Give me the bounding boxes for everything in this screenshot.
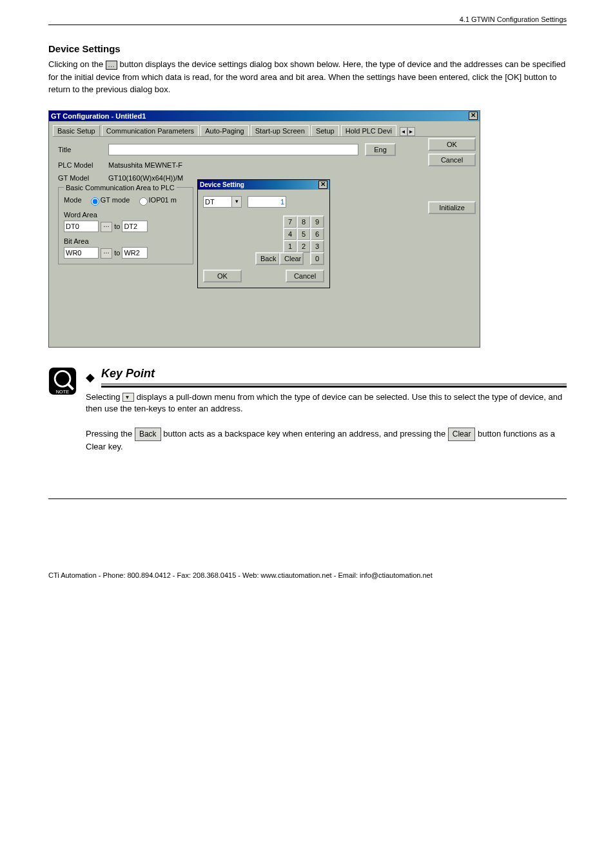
bit-area-label: Bit Area bbox=[64, 237, 188, 245]
top-rule bbox=[48, 25, 567, 25]
device-setting-popup: Device Setting ✕ DT ▾ 1 7 bbox=[197, 179, 330, 288]
ok-button[interactable]: OK bbox=[428, 138, 476, 151]
key-7[interactable]: 7 bbox=[283, 215, 297, 228]
dropdown-icon bbox=[122, 393, 134, 402]
key-1[interactable]: 1 bbox=[283, 240, 297, 253]
gt-config-window: GT Configuration - Untitled1 ✕ Basic Set… bbox=[48, 110, 480, 348]
bit-to-label: to bbox=[114, 249, 120, 257]
ellipsis-button-icon bbox=[106, 61, 117, 70]
label-plc-model: PLC Model bbox=[58, 161, 108, 169]
comm-area-fieldset: Basic Communication Area to PLC Mode GT … bbox=[58, 187, 193, 264]
kp-underline bbox=[101, 384, 567, 388]
plc-model-value: Matsushita MEWNET-F bbox=[108, 161, 182, 169]
device-type-value: DT bbox=[205, 198, 215, 206]
tab-setup[interactable]: Setup bbox=[311, 125, 339, 136]
mode-label: Mode bbox=[64, 195, 82, 203]
word-area-ellipsis[interactable] bbox=[101, 222, 112, 232]
label-gt-model: GT Model bbox=[58, 174, 108, 182]
radio-gt-mode[interactable] bbox=[91, 197, 99, 206]
close-icon[interactable]: ✕ bbox=[469, 112, 478, 120]
key-4[interactable]: 4 bbox=[283, 228, 297, 241]
bit-area-ellipsis[interactable] bbox=[101, 248, 112, 259]
svg-text:NOTE: NOTE bbox=[56, 389, 69, 395]
word-area-to bbox=[122, 221, 148, 232]
popup-titlebar: Device Setting ✕ bbox=[198, 180, 329, 190]
tab-scroll-right-icon[interactable]: ▸ bbox=[407, 127, 415, 136]
radio-iop01-mode-label: IOP01 m bbox=[149, 195, 177, 203]
header-right: 4.1 GTWIN Configuration Settings bbox=[460, 15, 567, 23]
clear-button-glyph: Clear bbox=[448, 428, 476, 441]
tab-basic-setup[interactable]: Basic Setup bbox=[53, 125, 100, 136]
chevron-down-icon: ▾ bbox=[231, 197, 241, 207]
tab-startup-screen[interactable]: Start-up Screen bbox=[251, 125, 309, 136]
window-title: GT Configuration - Untitled1 bbox=[51, 112, 146, 120]
tab-scroll-left-icon[interactable]: ◂ bbox=[400, 127, 407, 136]
word-area-from[interactable] bbox=[64, 221, 99, 232]
key-5[interactable]: 5 bbox=[297, 228, 311, 241]
footer-text: CTi Automation - Phone: 800.894.0412 - F… bbox=[48, 571, 433, 579]
device-number-input[interactable]: 1 bbox=[248, 196, 286, 208]
title-input[interactable] bbox=[108, 144, 358, 155]
key-3[interactable]: 3 bbox=[310, 240, 324, 253]
fieldset-legend: Basic Communication Area to PLC bbox=[64, 184, 177, 192]
cancel-button[interactable]: Cancel bbox=[428, 153, 476, 166]
section-title-devset: Device Settings bbox=[48, 43, 567, 54]
popup-ok-button[interactable]: OK bbox=[203, 270, 242, 282]
label-title: Title bbox=[58, 146, 108, 153]
key-0[interactable]: 0 bbox=[310, 252, 324, 265]
gt-model-value: GT10(160(W)x64(H))/M bbox=[108, 174, 183, 182]
word-area-label: Word Area bbox=[64, 211, 188, 219]
radio-gt-mode-label: GT mode bbox=[101, 195, 130, 203]
bit-area-from[interactable] bbox=[64, 247, 99, 259]
bit-area-to bbox=[122, 247, 148, 259]
popup-title: Device Setting bbox=[200, 181, 244, 188]
key-2[interactable]: 2 bbox=[297, 240, 311, 253]
key-point-icon: NOTE bbox=[48, 367, 77, 395]
key-8[interactable]: 8 bbox=[297, 215, 311, 228]
bullet-icon: ◆ bbox=[86, 371, 95, 383]
tab-scroll-arrows: ◂▸ bbox=[400, 127, 415, 136]
tab-comm-params[interactable]: Communication Parameters bbox=[102, 125, 199, 136]
initialize-button[interactable]: Initialize bbox=[428, 201, 476, 214]
keypad-back-button[interactable]: Back bbox=[255, 252, 280, 265]
key-9[interactable]: 9 bbox=[310, 215, 324, 228]
key-point-title: Key Point bbox=[101, 367, 567, 382]
footer-rule-1 bbox=[48, 498, 567, 499]
popup-close-icon[interactable]: ✕ bbox=[318, 181, 327, 189]
key-point-text: Selecting displays a pull-down menu from… bbox=[86, 391, 567, 454]
section-body-devset: Clicking on the button displays the devi… bbox=[48, 58, 567, 96]
word-to-label: to bbox=[114, 222, 120, 230]
window-titlebar: GT Configuration - Untitled1 ✕ bbox=[49, 111, 480, 121]
eng-button[interactable]: Eng bbox=[365, 143, 396, 156]
keypad-clear-button[interactable]: Clear bbox=[279, 252, 304, 265]
radio-iop01-mode[interactable] bbox=[139, 197, 148, 206]
keypad: 7 8 9 4 5 6 1 2 3 bbox=[203, 215, 324, 265]
device-type-select[interactable]: DT ▾ bbox=[203, 196, 242, 208]
back-button-glyph: Back bbox=[135, 428, 161, 441]
popup-cancel-button[interactable]: Cancel bbox=[286, 270, 324, 282]
key-6[interactable]: 6 bbox=[310, 228, 324, 241]
tabstrip: Basic Setup Communication Parameters Aut… bbox=[53, 125, 476, 137]
tab-auto-paging[interactable]: Auto-Paging bbox=[200, 125, 249, 136]
tab-hold-plc[interactable]: Hold PLC Devi bbox=[341, 125, 396, 136]
